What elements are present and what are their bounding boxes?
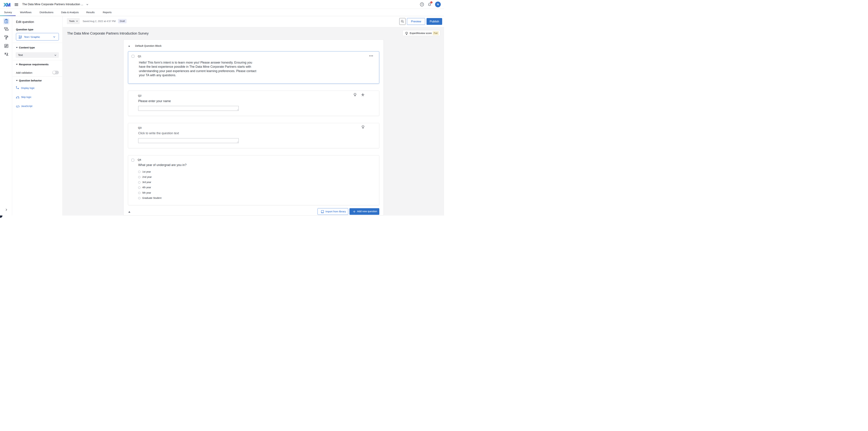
svg-text:XM: XM: [4, 2, 10, 7]
svg-text:?: ?: [421, 3, 423, 6]
